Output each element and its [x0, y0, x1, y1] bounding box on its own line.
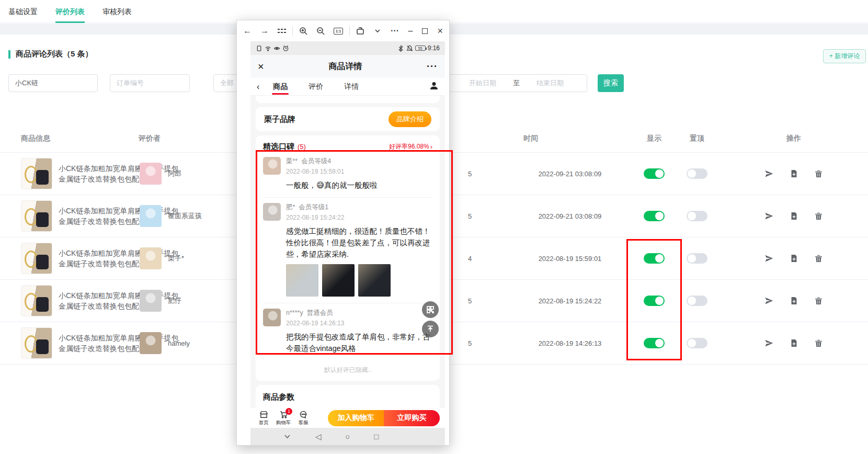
tab-basic-settings[interactable]: 基础设置 [8, 0, 38, 23]
minimize-icon[interactable]: – [408, 27, 413, 35]
send-icon[interactable] [764, 212, 773, 221]
nav-hide-icon[interactable] [283, 433, 291, 440]
tab-audit-list[interactable]: 审核列表 [102, 0, 132, 23]
more-options-icon[interactable]: ··· [391, 27, 399, 35]
reviewer-cell: 栗子* [140, 247, 184, 269]
send-icon[interactable] [764, 254, 773, 263]
reviewer-cell: 阿部 [140, 163, 181, 185]
header-product: 商品信息 [21, 134, 50, 143]
review-photo[interactable] [322, 264, 355, 297]
date-separator: 至 [513, 78, 520, 88]
copy-file-icon[interactable] [790, 339, 798, 348]
pin-toggle[interactable] [687, 211, 707, 221]
close-window-icon[interactable]: × [437, 26, 443, 36]
rotate-device-icon[interactable] [356, 27, 364, 35]
review-photos [286, 264, 432, 297]
actual-size-icon[interactable]: 1:1 [334, 28, 343, 35]
buy-now-button[interactable]: 立即购买 [384, 410, 440, 426]
show-toggle[interactable] [644, 296, 665, 306]
home-nav-item[interactable]: 首页 [254, 410, 273, 426]
mute-icon [406, 45, 413, 52]
pin-toggle[interactable] [687, 296, 707, 306]
pin-toggle[interactable] [687, 253, 707, 264]
cart-label: 购物车 [276, 419, 291, 426]
review-list: 栗** 会员等级4 2022-08-19 15:59:01 一般般，😅真的就一般… [263, 152, 432, 360]
params-title: 商品参数 [263, 392, 432, 402]
review-photo[interactable] [358, 264, 391, 297]
review-text: 一般般，😅真的就一般般啦 [286, 179, 432, 191]
review-text: 把我的手提包改造成了单肩包，非常好，古今最适合vintage风格 [286, 331, 432, 354]
nav-back-icon[interactable]: ◁ [315, 432, 322, 441]
pin-toggle[interactable] [687, 338, 707, 348]
app-close-icon[interactable]: × [258, 61, 264, 73]
delete-icon[interactable] [814, 212, 823, 221]
date-range-input[interactable]: 开始日期 至 结束日期 [448, 74, 587, 92]
row-actions [764, 254, 823, 263]
app-tab-details[interactable]: 详情 [344, 78, 359, 96]
show-toggle[interactable] [644, 338, 665, 348]
product-image [21, 327, 52, 359]
brand-intro-button[interactable]: 品牌介绍 [389, 111, 431, 127]
home-label: 首页 [259, 419, 269, 426]
brand-name: 栗子品牌 [264, 115, 295, 124]
row-actions [764, 212, 823, 221]
send-icon[interactable] [764, 297, 773, 305]
copy-file-icon[interactable] [790, 169, 798, 178]
copy-file-icon[interactable] [790, 297, 798, 305]
delete-icon[interactable] [814, 297, 823, 305]
zoom-in-icon[interactable] [299, 27, 307, 35]
search-button[interactable]: 搜索 [598, 74, 624, 92]
app-tab-bar: ‹ 商品 评价 详情 [250, 78, 445, 96]
add-review-button[interactable]: + 新增评论 [823, 49, 866, 63]
send-icon[interactable] [764, 339, 773, 348]
maximize-icon[interactable] [422, 28, 428, 34]
cart-badge: 1 [285, 408, 292, 415]
account-icon[interactable] [429, 81, 439, 93]
copy-file-icon[interactable] [790, 212, 798, 221]
app-back-icon[interactable]: ‹ [257, 82, 259, 92]
nav-recents-icon[interactable]: □ [374, 432, 379, 441]
pin-toggle[interactable] [687, 168, 707, 179]
status-time: 9:16 [428, 44, 440, 52]
forward-icon[interactable]: → [260, 27, 269, 35]
copy-file-icon[interactable] [790, 254, 798, 263]
apps-grid-icon[interactable] [278, 28, 286, 33]
section-title-text: 商品评论列表（5 条） [16, 49, 93, 59]
app-more-icon[interactable]: ··· [427, 61, 438, 72]
order-number-input[interactable]: 订单编号 [110, 74, 190, 92]
header-reviewer: 评价者 [139, 134, 161, 143]
product-keyword-input[interactable]: 小CK链 [8, 74, 98, 92]
qrcode-float-button[interactable] [422, 301, 439, 318]
battery-icon: 55 [415, 46, 426, 51]
show-toggle[interactable] [644, 168, 665, 179]
phone-screen: 55 9:16 × 商品详情 ··· ‹ 商品 评价 详情 [250, 41, 445, 445]
android-nav-bar: ◁ ○ □ [250, 428, 445, 445]
reviewer-name: 栗子* [168, 254, 184, 263]
show-toggle[interactable] [644, 211, 665, 221]
reviews-card-header[interactable]: 精选口碑 (5) 好评率96.08% › [263, 142, 432, 152]
delete-icon[interactable] [814, 254, 823, 263]
zoom-out-icon[interactable] [316, 27, 325, 35]
phone-status-bar: 55 9:16 [250, 41, 445, 55]
product-keyword-value: 小CK链 [15, 78, 38, 88]
delete-icon[interactable] [814, 339, 823, 348]
row-actions [764, 297, 823, 305]
delete-icon[interactable] [814, 169, 823, 178]
chevron-down-icon[interactable] [373, 27, 382, 35]
review-date: 2022-08-19 15:24:22 [286, 214, 344, 221]
service-nav-item[interactable]: 客服 [293, 410, 313, 426]
back-icon[interactable]: ← [243, 27, 252, 35]
send-icon[interactable] [764, 169, 773, 178]
tab-review-list[interactable]: 评价列表 [55, 0, 85, 23]
cart-nav-item[interactable]: 1 购物车 [273, 410, 293, 426]
review-user: n****y [286, 309, 303, 316]
nav-home-icon[interactable]: ○ [345, 432, 350, 441]
add-to-cart-button[interactable]: 加入购物车 [328, 410, 384, 426]
app-tab-product[interactable]: 商品 [273, 78, 288, 96]
show-toggle[interactable] [644, 253, 665, 264]
hidden-reviews-note: 默认好评已隐藏.. [263, 360, 432, 376]
wifi-icon [265, 45, 271, 52]
back-to-top-float-button[interactable] [422, 321, 439, 337]
app-tab-reviews[interactable]: 评价 [309, 78, 323, 96]
review-photo[interactable] [286, 264, 318, 297]
